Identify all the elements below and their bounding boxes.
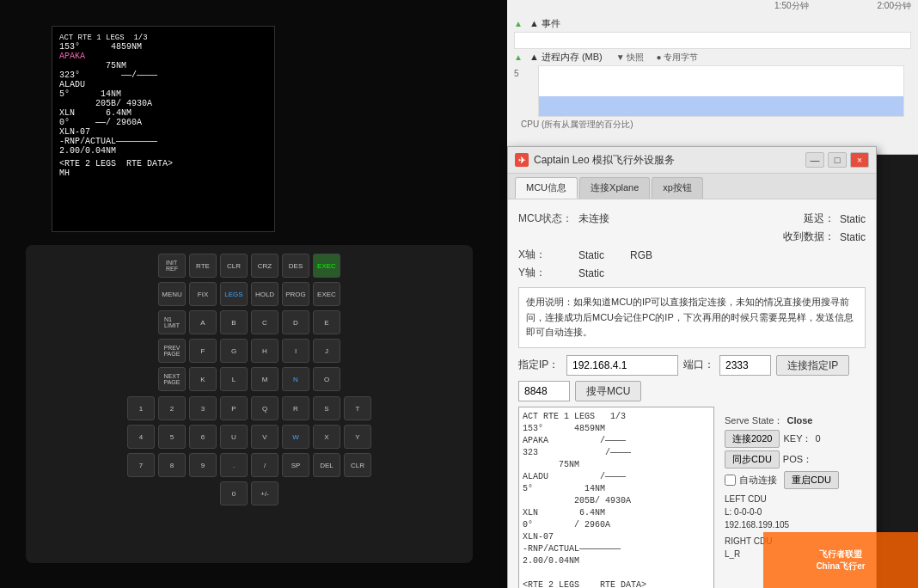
y-axis-value: Static (578, 267, 604, 279)
received-value: Static (840, 231, 866, 243)
key-p[interactable]: P (220, 396, 248, 420)
cdu-keyboard: INITREF RTE CLR CRZ DES EXEC MENU FIX LE… (26, 245, 473, 563)
key-prev[interactable]: PREVPAGE (158, 339, 186, 363)
received-label: 收到数据： (783, 230, 835, 244)
key-exec[interactable]: EXEC (313, 254, 340, 278)
description-box: 使用说明：如果知道MCU的IP可以直接指定连接，未知的情况直接使用搜寻前问，连接… (518, 287, 866, 348)
key-plusminus[interactable]: +/- (251, 481, 278, 505)
time-label-2: 2:00分钟 (878, 0, 911, 12)
mem-option-1: ▼ 快照 (616, 52, 645, 64)
watermark-line1: 飞行者联盟 (819, 548, 862, 560)
key-q[interactable]: Q (251, 396, 278, 420)
key-l[interactable]: L (220, 367, 248, 391)
cdu-line-6: ALADU (59, 80, 267, 89)
key-clr[interactable]: CLR (220, 254, 248, 278)
key-c[interactable]: C (251, 310, 278, 334)
memory-label: ▲ 进程内存 (MB) (529, 51, 603, 64)
dialog-body: MCU状态： 未连接 延迟： Static 收到数据： Static X轴： S… (508, 199, 876, 588)
key-3[interactable]: 3 (189, 396, 217, 420)
key-9[interactable]: 9 (189, 453, 217, 477)
key-hold[interactable]: HOLD (251, 282, 278, 306)
restart-cdu-button[interactable]: 重启CDU (784, 471, 839, 489)
tab-mcu-info[interactable]: MCU信息 (515, 177, 578, 199)
key-y[interactable]: Y (344, 425, 371, 449)
port-input[interactable] (719, 355, 771, 376)
key-r[interactable]: R (282, 396, 309, 420)
port-number-input[interactable] (518, 381, 570, 401)
key-w[interactable]: W (282, 425, 309, 449)
key-j[interactable]: J (313, 339, 340, 363)
key-legs[interactable]: LEGS (220, 282, 248, 306)
key-slash[interactable]: / (251, 453, 278, 477)
key-o[interactable]: O (313, 367, 340, 391)
key-n[interactable]: N (282, 367, 309, 391)
key-a[interactable]: A (189, 310, 217, 334)
mcu-status-label: MCU状态： (518, 211, 578, 226)
key-2[interactable]: 2 (158, 396, 186, 420)
cdu-line-12: -RNP/ACTUAL———————— (59, 137, 267, 146)
key-s[interactable]: S (313, 396, 340, 420)
sync-cdu-row: 同步CDU POS： (725, 450, 860, 469)
restore-button[interactable]: □ (828, 152, 847, 168)
cdu-line-5: 323° ——/———— (59, 70, 267, 80)
cdu-line-7: 5° 14NM (59, 89, 267, 99)
key-fix[interactable]: FIX (189, 282, 217, 306)
auto-connect-checkbox[interactable] (725, 475, 736, 486)
key-sp[interactable]: SP (282, 453, 309, 477)
tab-connect-xplane[interactable]: 连接Xplane (579, 177, 650, 199)
cdu-line-9: XLN 6.4NM (59, 108, 267, 118)
cdu-screen: ACT RTE 1 LEGS 1/3 153° 4859NM APAKA 75N… (52, 26, 275, 232)
key-4[interactable]: 4 (127, 425, 155, 449)
key-0[interactable]: 0 (220, 481, 248, 505)
key-menu[interactable]: MENU (158, 282, 186, 306)
port-label: 端口： (683, 358, 714, 372)
key-v[interactable]: V (251, 425, 278, 449)
key-next[interactable]: NEXTPAGE (158, 367, 186, 391)
y-axis-label: Y轴： (518, 266, 578, 280)
key-t[interactable]: T (344, 396, 371, 420)
key-e[interactable]: E (313, 310, 340, 334)
key-des[interactable]: DES (282, 254, 309, 278)
rgb-label: RGB (630, 249, 652, 261)
key-del[interactable]: DEL (313, 453, 340, 477)
key-7[interactable]: 7 (127, 453, 155, 477)
key-init-ref[interactable]: INITREF (158, 254, 186, 278)
key-clr2[interactable]: CLR (344, 453, 371, 477)
key-m[interactable]: M (251, 367, 278, 391)
cdu-text-display[interactable]: ACT RTE 1 LEGS 1/3 153° 4859NM APAKA /——… (518, 407, 714, 588)
key-prog[interactable]: PROG (282, 282, 309, 306)
key-x[interactable]: X (313, 425, 340, 449)
key-d[interactable]: D (282, 310, 309, 334)
key-dot[interactable]: . (220, 453, 248, 477)
dialog-title: Captain Leo 模拟飞行外设服务 (534, 153, 800, 168)
cdu-line-15: MH (59, 168, 267, 178)
pos-label: POS： (783, 453, 812, 466)
close-button[interactable]: × (850, 152, 869, 168)
connect-ip-button[interactable]: 连接指定IP (776, 355, 849, 376)
sync-cdu-button[interactable]: 同步CDU (725, 450, 780, 469)
key-8[interactable]: 8 (158, 453, 186, 477)
key-g[interactable]: G (220, 339, 248, 363)
key-crz[interactable]: CRZ (251, 254, 278, 278)
key-1[interactable]: 1 (127, 396, 155, 420)
key-6[interactable]: 6 (189, 425, 217, 449)
chart-fill (539, 96, 903, 116)
performance-panel: 1:50分钟 2:00分钟 ▲ ▲ 事件 ▲ ▲ 进程内存 (MB) ▼ 快照 … (507, 0, 918, 155)
tab-xp-button[interactable]: xp按钮 (652, 177, 703, 199)
key-k[interactable]: K (189, 367, 217, 391)
ip-form-row: 指定IP： 端口： 连接指定IP (518, 355, 866, 376)
key-u[interactable]: U (220, 425, 248, 449)
key-h[interactable]: H (251, 339, 278, 363)
key-rte[interactable]: RTE (189, 254, 217, 278)
search-mcu-button[interactable]: 搜寻MCU (575, 381, 641, 401)
key-exec2[interactable]: EXEC (313, 282, 340, 306)
minimize-button[interactable]: — (805, 152, 824, 168)
key-5[interactable]: 5 (158, 425, 186, 449)
ip-input[interactable] (566, 355, 678, 376)
cdu-line-4: 75NM (59, 61, 267, 70)
connect-2020-button[interactable]: 连接2020 (725, 430, 780, 448)
key-f[interactable]: F (189, 339, 217, 363)
key-i[interactable]: I (282, 339, 309, 363)
key-nl[interactable]: N1LIMIT (158, 310, 186, 334)
key-b[interactable]: B (220, 310, 248, 334)
